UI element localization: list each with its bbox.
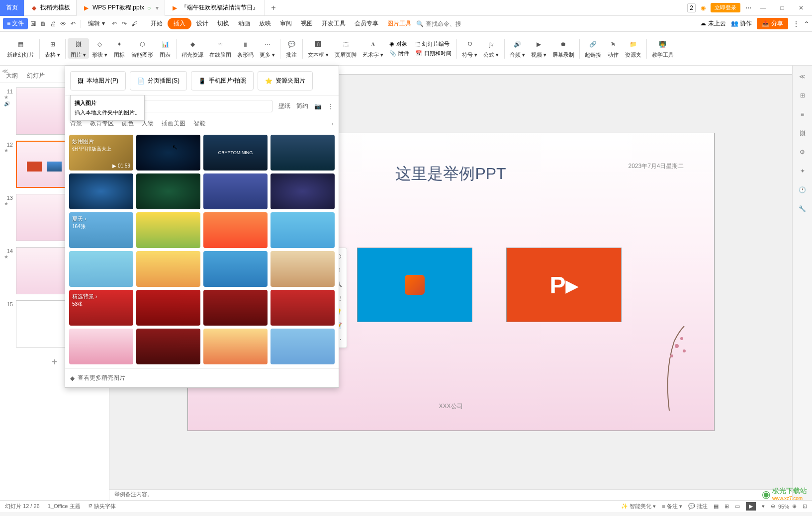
filter-wallpaper[interactable]: 壁纸 bbox=[278, 102, 290, 110]
grid-image[interactable] bbox=[271, 251, 335, 287]
more-filter-icon[interactable]: ⋮ bbox=[328, 103, 334, 110]
redo-icon[interactable]: ↷ bbox=[120, 19, 129, 28]
grid-image[interactable]: CRYPTOMINING bbox=[203, 135, 268, 171]
preview-icon[interactable]: 👁 bbox=[59, 19, 68, 28]
ribbon-mindmap[interactable]: ⚛在线脑图 bbox=[206, 38, 234, 59]
promo-video[interactable]: 妙用图片 让PPT排版高大上 ▶ 01:59 bbox=[69, 135, 133, 171]
grid-image[interactable] bbox=[271, 329, 335, 364]
more-images-link[interactable]: ◆ 查看更多稻壳图片 bbox=[65, 368, 339, 387]
ribbon-chart[interactable]: 📊图表 bbox=[156, 38, 174, 59]
save-icon[interactable]: 🖫 bbox=[29, 19, 38, 28]
filter-simple[interactable]: 简约 bbox=[296, 102, 308, 110]
view-normal-icon[interactable]: ▦ bbox=[714, 503, 719, 510]
grid-image[interactable] bbox=[69, 251, 133, 287]
ribbon-datetime[interactable]: 📅日期和时间 bbox=[415, 50, 451, 57]
collapse-ribbon-icon[interactable]: ⌃ bbox=[804, 20, 809, 27]
share-button[interactable]: 📤 分享 bbox=[757, 18, 788, 29]
ribbon-barcode[interactable]: ⫼条形码 bbox=[234, 38, 257, 59]
ribbon-smartart[interactable]: ⬡智能图形 bbox=[128, 38, 156, 59]
grid-image[interactable] bbox=[203, 290, 268, 326]
tab-other-file[interactable]: ▶ 『端午狂欢祝福浓情满节日』 bbox=[165, 0, 265, 16]
office-logo-image[interactable] bbox=[357, 248, 472, 322]
side-image-button[interactable]: 🖼 bbox=[797, 127, 809, 139]
grid-image[interactable] bbox=[203, 212, 268, 248]
side-history-button[interactable]: 🕐 bbox=[797, 184, 809, 196]
grid-image[interactable] bbox=[203, 251, 268, 287]
grid-image[interactable] bbox=[271, 212, 335, 248]
smart-beautify-button[interactable]: ✨ 智能美化 ▾ bbox=[621, 503, 656, 510]
ribbon-hyperlink[interactable]: 🔗超链接 bbox=[582, 38, 604, 59]
ribbon-shape[interactable]: ◇形状 ▾ bbox=[89, 38, 110, 59]
view-slideshow-icon[interactable]: ▶ bbox=[746, 502, 756, 511]
ribbon-picture[interactable]: 🖼图片 ▾ bbox=[68, 38, 89, 59]
ribbon-wordart[interactable]: 𝐀艺术字 ▾ bbox=[360, 38, 386, 59]
side-expand-button[interactable]: ≪ bbox=[797, 71, 809, 83]
slides-tab[interactable]: 幻灯片 bbox=[27, 70, 45, 82]
login-button[interactable]: 立即登录 bbox=[711, 3, 740, 12]
collab-button[interactable]: 👥 协作 bbox=[731, 19, 752, 28]
zoom-level[interactable]: 95% bbox=[778, 504, 789, 510]
tab-home[interactable]: 首页 bbox=[0, 0, 24, 16]
zoom-in-button[interactable]: ⊕ bbox=[792, 503, 797, 510]
tab-start[interactable]: 开始 bbox=[147, 18, 167, 29]
notes-toggle[interactable]: ≡ 备注 ▾ bbox=[662, 503, 682, 510]
side-animation-button[interactable]: ✦ bbox=[797, 165, 809, 177]
settings-icon[interactable]: ◉ bbox=[701, 4, 706, 11]
undo-icon[interactable]: ↶ bbox=[69, 19, 78, 28]
tab-template[interactable]: ◆ 找稻壳模板 bbox=[24, 0, 77, 16]
badge-icon[interactable]: 2 bbox=[687, 3, 696, 12]
ribbon-slide-number[interactable]: ⬚幻灯片编号 bbox=[415, 40, 451, 48]
view-dropdown-icon[interactable]: ▾ bbox=[762, 503, 765, 510]
page-insert-button[interactable]: 📄分页插图(S) bbox=[130, 71, 187, 90]
phone-image-button[interactable]: 📱手机图片/拍照 bbox=[191, 71, 254, 90]
grid-image[interactable] bbox=[136, 212, 200, 248]
powerpoint-logo-image[interactable]: P▸ bbox=[506, 248, 622, 322]
local-image-button[interactable]: 🖼本地图片(P) bbox=[70, 71, 126, 90]
ribbon-resources[interactable]: 📁资源夹 bbox=[622, 38, 644, 59]
ribbon-comment[interactable]: 💬批注 bbox=[282, 38, 300, 59]
tab-pic-tools[interactable]: 图片工具 bbox=[383, 18, 415, 29]
ribbon-symbol[interactable]: Ω符号 ▾ bbox=[459, 38, 480, 59]
cloud-status[interactable]: ☁ 未上云 bbox=[700, 19, 725, 28]
grid-image[interactable] bbox=[203, 329, 268, 364]
ribbon-equation[interactable]: ∫𝑥公式 ▾ bbox=[480, 38, 502, 59]
summer-collection[interactable]: 夏天 › 164张 bbox=[69, 212, 133, 248]
close-button[interactable]: ✕ bbox=[794, 4, 808, 11]
edit-menu[interactable]: 编辑 ▾ bbox=[84, 18, 108, 29]
view-sorter-icon[interactable]: ⊞ bbox=[724, 503, 729, 510]
ribbon-video[interactable]: ▶视频 ▾ bbox=[528, 38, 549, 59]
missing-font-warning[interactable]: ⁉ 缺失字体 bbox=[89, 503, 116, 510]
grid-image[interactable] bbox=[136, 251, 200, 287]
grid-image[interactable] bbox=[69, 173, 133, 209]
maximize-button[interactable]: □ bbox=[775, 4, 789, 11]
grid-image[interactable] bbox=[69, 329, 133, 364]
grid-image[interactable] bbox=[203, 173, 268, 209]
tab-transition[interactable]: 切换 bbox=[213, 18, 233, 29]
format-painter-icon[interactable]: 🖌 bbox=[130, 19, 139, 28]
command-search[interactable]: 🔍 bbox=[416, 20, 460, 27]
tab-insert[interactable]: 插入 bbox=[168, 18, 191, 29]
ribbon-attachment[interactable]: 📎附件 bbox=[389, 50, 409, 57]
side-layers-button[interactable]: ≡ bbox=[797, 108, 809, 120]
ribbon-icon[interactable]: ✦图标 bbox=[110, 38, 128, 59]
collapse-panel-icon[interactable]: ≪ bbox=[2, 68, 8, 75]
cat-illustration[interactable]: 插画美图 bbox=[162, 119, 185, 128]
menu-icon[interactable]: ⋯ bbox=[745, 4, 751, 11]
ribbon-header-footer[interactable]: ⬚页眉页脚 bbox=[332, 38, 360, 59]
search-input[interactable] bbox=[426, 20, 460, 27]
ribbon-teaching[interactable]: 👨‍🏫教学工具 bbox=[649, 38, 677, 59]
ribbon-action[interactable]: 🖱动作 bbox=[604, 38, 622, 59]
print-icon[interactable]: 🖨 bbox=[49, 19, 58, 28]
minimize-button[interactable]: — bbox=[756, 4, 770, 11]
view-reading-icon[interactable]: ▭ bbox=[735, 503, 740, 510]
close-icon[interactable]: ▾ bbox=[156, 4, 159, 11]
notes-bar[interactable]: 举例备注内容。 bbox=[109, 489, 792, 500]
grid-image[interactable] bbox=[271, 135, 335, 171]
featured-bg-collection[interactable]: 精选背景 › 53张 bbox=[69, 290, 133, 326]
zoom-out-button[interactable]: ⊖ bbox=[771, 503, 775, 510]
ribbon-textbox[interactable]: 🅰文本框 ▾ bbox=[305, 38, 332, 59]
grid-image[interactable] bbox=[136, 135, 200, 171]
ribbon-object[interactable]: ◉对象 bbox=[389, 40, 409, 48]
camera-icon[interactable]: 📷 bbox=[314, 103, 322, 110]
tab-design[interactable]: 设计 bbox=[192, 18, 212, 29]
